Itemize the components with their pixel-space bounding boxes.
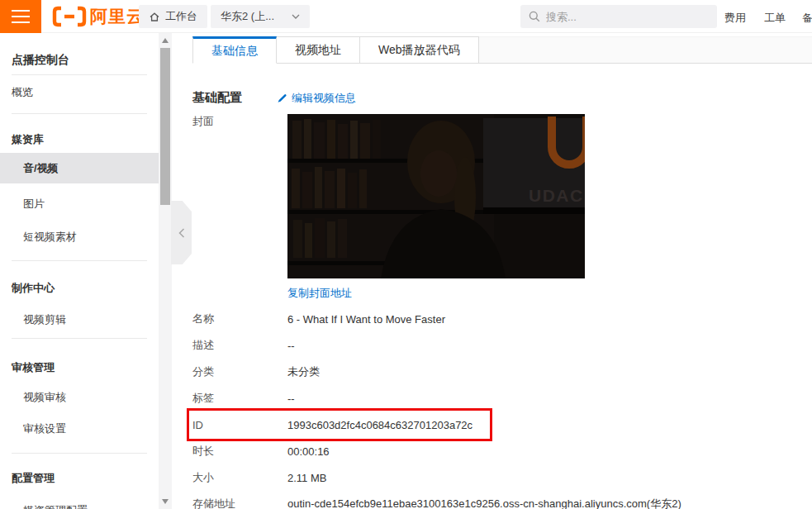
field-row-tags: 标签 -- <box>192 385 812 411</box>
field-label: 名称 <box>192 312 287 326</box>
sidebar-group-production-center: 制作中心 <box>12 281 55 296</box>
edit-video-info-link[interactable]: 编辑视频信息 <box>277 91 356 106</box>
chevron-left-icon <box>178 228 185 238</box>
edit-link-label: 编辑视频信息 <box>292 91 356 106</box>
sidebar-item-video-editing[interactable]: 视频剪辑 <box>23 312 66 327</box>
scroll-down-icon[interactable] <box>162 499 169 504</box>
field-label: 标签 <box>192 391 287 406</box>
divider <box>12 74 147 75</box>
nav-tickets[interactable]: 工单 <box>764 11 786 26</box>
field-value: 未分类 <box>287 364 320 379</box>
nav-billing[interactable]: 费用 <box>724 11 746 26</box>
tab-web-player-code[interactable]: Web播放器代码 <box>360 36 479 64</box>
region-label: 华东2 (上... <box>221 9 274 24</box>
sidebar-item-audio-video[interactable]: 音/视频 <box>0 153 159 183</box>
scroll-up-icon[interactable] <box>162 38 169 43</box>
sidebar-group-media-library: 媒资库 <box>12 132 44 147</box>
top-bar: 阿里云 工作台 华东2 (上... 费用 工单 备案 <box>0 0 812 33</box>
home-icon <box>149 12 160 22</box>
main-content: 基础信息 视频地址 Web播放器代码 基础配置 编辑视频信息 封面 <box>172 33 812 509</box>
global-search <box>520 5 717 28</box>
section-header: 基础配置 编辑视频信息 <box>192 90 812 106</box>
field-label: 大小 <box>192 470 287 485</box>
field-value: 00:00:16 <box>287 445 330 458</box>
sidebar-item-overview[interactable]: 概览 <box>12 85 33 100</box>
field-label: 时长 <box>192 444 287 459</box>
workbench-button[interactable]: 工作台 <box>139 5 207 28</box>
search-icon <box>529 11 540 22</box>
section-title: 基础配置 <box>192 90 242 106</box>
scrollbar-thumb[interactable] <box>160 48 170 205</box>
chevron-down-icon <box>292 14 300 19</box>
field-value: 6 - What If I Want to Move Faster <box>287 313 445 326</box>
field-row-name: 名称 6 - What If I Want to Move Faster <box>192 306 812 332</box>
aliyun-brackets-icon <box>51 6 88 27</box>
console-title: 点播控制台 <box>12 53 69 68</box>
hamburger-menu-icon[interactable] <box>0 0 41 33</box>
field-label: ID <box>192 419 287 431</box>
field-row-id: ID 1993c603d2fc4c0684c632701203a72c <box>192 411 812 438</box>
workbench-label: 工作台 <box>165 9 197 24</box>
tab-bar: 基础信息 视频地址 Web播放器代码 <box>192 36 812 64</box>
divider <box>12 260 147 261</box>
logo-text: 阿里云 <box>90 5 145 28</box>
sidebar-item-review-settings[interactable]: 审核设置 <box>23 421 66 436</box>
field-row-duration: 时长 00:00:16 <box>192 438 812 464</box>
nav-icp[interactable]: 备案 <box>802 11 812 26</box>
field-label: 分类 <box>192 364 287 379</box>
sidebar-item-short-video-assets[interactable]: 短视频素材 <box>23 230 77 245</box>
field-row-size: 大小 2.11 MB <box>192 464 812 491</box>
field-value: -- <box>287 340 295 352</box>
field-value: outin-cde154efcb9e11ebae3100163e1c9256.o… <box>287 497 681 509</box>
sidebar-scrollbar[interactable] <box>159 33 172 509</box>
cover-field-value: UDAC 复制封面地址 <box>287 114 585 301</box>
divider <box>12 113 147 114</box>
field-row-description: 描述 -- <box>192 332 812 359</box>
video-id-value: 1993c603d2fc4c0684c632701203a72c <box>287 419 472 431</box>
field-row-storage-address: 存储地址 outin-cde154efcb9e11ebae3100163e1c9… <box>192 491 812 509</box>
aliyun-logo[interactable]: 阿里云 <box>51 0 145 33</box>
region-selector[interactable]: 华东2 (上... <box>211 5 310 28</box>
field-list: 名称 6 - What If I Want to Move Faster 描述 … <box>192 306 812 509</box>
cover-field-row: 封面 <box>192 114 812 301</box>
sidebar-item-video-review[interactable]: 视频审核 <box>23 390 66 405</box>
copy-cover-url-link[interactable]: 复制封面地址 <box>287 286 352 301</box>
sidebar-collapse-handle[interactable] <box>171 201 192 264</box>
field-row-category: 分类 未分类 <box>192 359 812 385</box>
field-value: 2.11 MB <box>287 472 326 484</box>
field-label: 封面 <box>192 114 287 301</box>
sidebar-item-images[interactable]: 图片 <box>23 197 45 212</box>
pencil-icon <box>277 93 287 103</box>
video-thumbnail: UDAC <box>287 114 585 278</box>
sidebar-group-review-management: 审核管理 <box>12 360 55 375</box>
search-input[interactable] <box>546 11 695 23</box>
field-label: 存储地址 <box>192 497 287 509</box>
divider <box>12 453 147 454</box>
tab-bar-filler <box>479 36 812 64</box>
sidebar-item-label: 音/视频 <box>0 161 59 176</box>
sidebar-group-config-management: 配置管理 <box>12 471 55 486</box>
sidebar: 点播控制台 概览 媒资库 音/视频 图片 短视频素材 制作中心 视频剪辑 审核管… <box>0 33 172 509</box>
tab-video-url[interactable]: 视频地址 <box>277 36 360 64</box>
sidebar-item-label: 媒资管理配置 <box>23 504 88 509</box>
field-value: -- <box>287 392 295 405</box>
sidebar-item-media-config[interactable]: 媒资管理配置 <box>23 503 105 509</box>
tab-basic-info[interactable]: 基础信息 <box>192 36 277 64</box>
divider <box>12 338 147 339</box>
field-label: 描述 <box>192 338 287 353</box>
